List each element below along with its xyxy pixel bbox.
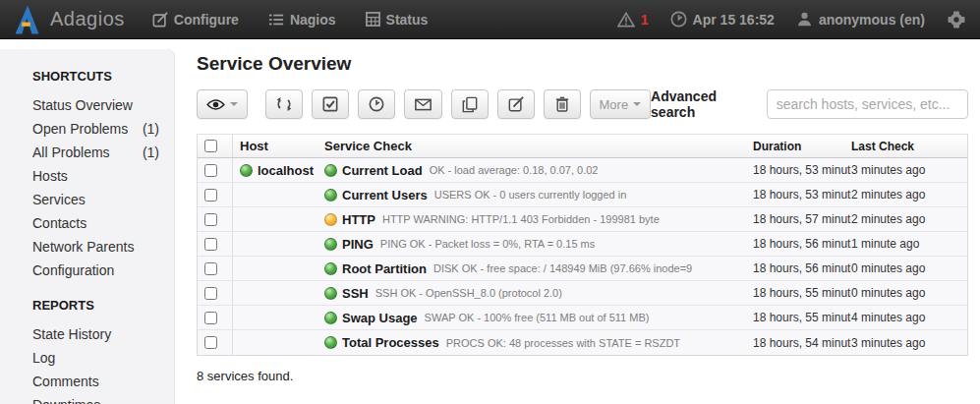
username: anonymous (en) bbox=[819, 12, 925, 28]
service-link[interactable]: Swap Usage bbox=[342, 311, 418, 325]
sidebar-item-label: Status Overview bbox=[32, 97, 159, 113]
service-link[interactable]: HTTP bbox=[342, 212, 375, 227]
row-checkbox[interactable] bbox=[204, 213, 217, 226]
search-input[interactable] bbox=[767, 89, 968, 119]
table-icon bbox=[366, 12, 380, 27]
delete-button[interactable] bbox=[544, 89, 581, 119]
alerts-indicator[interactable]: 1 bbox=[617, 12, 649, 28]
clock-indicator[interactable]: Apr 15 16:52 bbox=[670, 11, 775, 28]
sidebar-item-downtimes[interactable]: Downtimes bbox=[32, 393, 175, 404]
user-icon bbox=[796, 11, 813, 28]
service-link[interactable]: SSH bbox=[342, 286, 369, 301]
sidebar-item-contacts[interactable]: Contacts bbox=[32, 211, 175, 235]
sidebar-item-open-problems[interactable]: Open Problems (1) bbox=[32, 117, 175, 141]
sidebar-section: REPORTS State History Log Comments Downt… bbox=[32, 298, 175, 404]
host-status-dot bbox=[240, 164, 253, 177]
row-checkbox[interactable] bbox=[204, 238, 217, 251]
service-status-dot bbox=[324, 287, 337, 300]
sidebar-item-comments[interactable]: Comments bbox=[32, 370, 175, 393]
service-status-text: HTTP WARNING: HTTP/1.1 403 Forbidden - 1… bbox=[382, 213, 660, 225]
sidebar-item-count: (1) bbox=[143, 144, 159, 160]
row-checkbox[interactable] bbox=[204, 262, 217, 275]
sidebar-item-label: Open Problems bbox=[32, 121, 143, 137]
last-check-cell: 3 minutes ago bbox=[851, 336, 967, 350]
header-last-check[interactable]: Last Check bbox=[851, 140, 967, 153]
settings-button[interactable] bbox=[947, 10, 966, 29]
sidebar-item-hosts[interactable]: Hosts bbox=[32, 164, 175, 188]
sidebar-item-label: Services bbox=[32, 192, 159, 207]
nav-item-label: Configure bbox=[174, 12, 239, 28]
service-link[interactable]: Current Load bbox=[342, 163, 423, 178]
table-row: HTTP HTTP WARNING: HTTP/1.1 403 Forbidde… bbox=[198, 207, 967, 232]
row-checkbox[interactable] bbox=[204, 164, 217, 177]
table-row: Root Partition DISK OK - free space: / 1… bbox=[198, 257, 967, 281]
view-options-button[interactable] bbox=[197, 89, 248, 119]
acknowledge-button[interactable] bbox=[312, 89, 349, 119]
host-link[interactable]: localhost bbox=[258, 163, 314, 178]
service-link[interactable]: Root Partition bbox=[342, 261, 427, 276]
sidebar-item-all-problems[interactable]: All Problems (1) bbox=[32, 141, 175, 164]
sidebar-item-label: State History bbox=[32, 326, 159, 342]
adagios-logo-icon bbox=[14, 5, 40, 34]
duration-cell: 18 hours, 55 minutes bbox=[753, 286, 851, 300]
sidebar-section: SHORTCUTS Status Overview Open Problems … bbox=[32, 69, 175, 282]
clock-icon bbox=[670, 11, 687, 28]
sidebar-item-label: Configuration bbox=[32, 262, 159, 278]
sidebar-section-title: SHORTCUTS bbox=[32, 69, 175, 84]
duration-cell: 18 hours, 56 minutes bbox=[753, 261, 851, 275]
sidebar-item-services[interactable]: Services bbox=[32, 188, 175, 211]
sidebar-item-label: Downtimes bbox=[32, 397, 159, 404]
sidebar-item-label: Network Parents bbox=[32, 239, 159, 255]
service-link[interactable]: Total Processes bbox=[342, 335, 439, 350]
sidebar-item-configuration[interactable]: Configuration bbox=[32, 259, 175, 282]
header-service-check[interactable]: Service Check bbox=[317, 139, 753, 153]
service-status-dot bbox=[324, 336, 337, 349]
advanced-search-label: Advanced search bbox=[651, 88, 759, 120]
table-row: Total Processes PROCS OK: 48 processes w… bbox=[198, 330, 967, 355]
sidebar: SHORTCUTS Status Overview Open Problems … bbox=[0, 49, 175, 404]
edit-pencil-icon bbox=[508, 96, 524, 112]
service-link[interactable]: PING bbox=[342, 237, 374, 252]
service-status-text: PING OK - Packet loss = 0%, RTA = 0.15 m… bbox=[380, 238, 595, 250]
row-checkbox[interactable] bbox=[204, 312, 217, 324]
row-checkbox[interactable] bbox=[204, 189, 217, 202]
schedule-button[interactable] bbox=[358, 89, 395, 119]
last-check-cell: 3 minutes ago bbox=[851, 163, 967, 177]
sidebar-item-network-parents[interactable]: Network Parents bbox=[32, 235, 175, 259]
main-content: Service Overview bbox=[193, 39, 980, 383]
eye-icon bbox=[206, 98, 225, 111]
service-status-dot bbox=[324, 164, 337, 177]
brand[interactable]: Adagios bbox=[14, 5, 125, 34]
nav-item-configure[interactable]: Configure bbox=[152, 12, 239, 28]
nav-item-status[interactable]: Status bbox=[366, 12, 429, 28]
service-status-dot bbox=[324, 238, 337, 251]
refresh-button[interactable] bbox=[265, 89, 303, 119]
sidebar-item-log[interactable]: Log bbox=[32, 346, 175, 370]
header-host[interactable]: Host bbox=[233, 139, 317, 153]
copy-button[interactable] bbox=[451, 89, 489, 119]
sidebar-item-state-history[interactable]: State History bbox=[32, 322, 175, 346]
nav-item-label: Nagios bbox=[290, 12, 336, 28]
row-checkbox[interactable] bbox=[204, 336, 217, 349]
service-status-dot bbox=[324, 262, 337, 275]
service-status-text: PROCS OK: 48 processes with STATE = RSZD… bbox=[446, 337, 680, 349]
table-row: localhost Current Load OK - load average… bbox=[198, 158, 967, 183]
row-checkbox[interactable] bbox=[204, 287, 217, 300]
nav-item-nagios[interactable]: Nagios bbox=[268, 12, 336, 28]
table-row: PING PING OK - Packet loss = 0%, RTA = 0… bbox=[198, 232, 967, 257]
service-link[interactable]: Current Users bbox=[342, 188, 428, 202]
duration-cell: 18 hours, 56 minutes bbox=[753, 237, 851, 251]
edit-button[interactable] bbox=[497, 89, 535, 119]
more-button[interactable]: More bbox=[590, 89, 652, 119]
sidebar-item-status-overview[interactable]: Status Overview bbox=[32, 93, 175, 117]
user-menu[interactable]: anonymous (en) bbox=[796, 11, 925, 28]
service-status-dot bbox=[324, 189, 337, 202]
last-check-cell: 0 minutes ago bbox=[851, 261, 967, 275]
notify-button[interactable] bbox=[404, 89, 441, 119]
refresh-icon bbox=[276, 96, 292, 112]
service-status-text: SWAP OK - 100% free (511 MB out of 511 M… bbox=[425, 312, 650, 323]
brand-name: Adagios bbox=[50, 8, 125, 30]
header-duration[interactable]: Duration bbox=[753, 140, 851, 153]
service-status-dot bbox=[324, 312, 337, 324]
select-all-checkbox[interactable] bbox=[204, 140, 217, 152]
